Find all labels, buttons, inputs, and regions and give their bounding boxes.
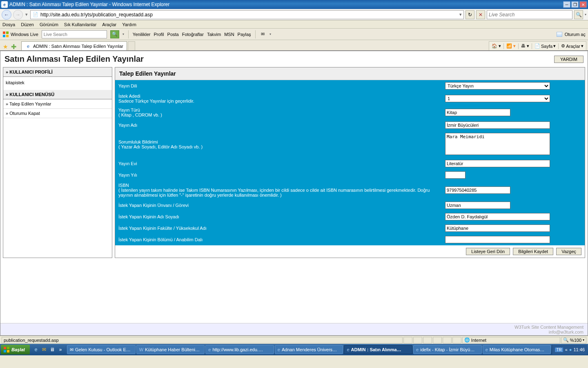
tray-icon-1[interactable]: ● <box>569 347 572 352</box>
url-input[interactable] <box>40 12 458 18</box>
task-ie1[interactable]: ehttp://www.lib.gazi.edu.… <box>205 345 274 354</box>
wl-search-box[interactable] <box>42 30 107 38</box>
wl-search-dropdown[interactable]: ▾ <box>122 32 124 36</box>
reqtitle-input[interactable] <box>445 202 510 209</box>
ie-icon: e <box>208 347 211 352</box>
wl-profile[interactable]: Profil <box>154 32 164 37</box>
lang-select[interactable]: Türkçe Yayın <box>445 82 550 90</box>
reqname-input[interactable] <box>445 213 550 220</box>
back-button[interactable]: ← <box>2 10 11 20</box>
wl-photos[interactable]: Fotoğraflar <box>182 32 204 37</box>
back-to-list-button[interactable]: Listeye Geri Dön <box>466 248 510 255</box>
wl-news[interactable]: Yenilikler <box>133 32 151 37</box>
status-bar: publication_requestadd.asp 🌐Internet 🔍%1… <box>0 336 588 344</box>
addr-dropdown-icon[interactable]: ▾ <box>459 12 462 17</box>
task-ie2[interactable]: eAdnan Menderes Ünivers… <box>275 345 343 354</box>
type-input[interactable] <box>445 109 510 116</box>
minimize-button[interactable]: ─ <box>563 1 570 8</box>
wl-search-input[interactable] <box>44 32 105 37</box>
wl-mail[interactable]: Posta <box>167 32 179 37</box>
stop-button[interactable]: ✕ <box>476 10 485 19</box>
print-button[interactable]: 🖶 ▾ <box>521 43 529 49</box>
menu-file[interactable]: Dosya <box>2 22 15 27</box>
year-input[interactable] <box>445 171 466 179</box>
search-input[interactable] <box>489 12 570 18</box>
svg-rect-1 <box>6 31 9 34</box>
restore-button[interactable]: ❐ <box>571 1 579 8</box>
isbn-input[interactable] <box>445 186 510 194</box>
main-panel: Talep Edilen Yayınlar Yayın Dili Türkçe … <box>115 67 585 258</box>
lang-indicator[interactable]: TR <box>555 347 563 352</box>
save-button[interactable]: Bilgileri Kaydet <box>513 248 553 255</box>
wl-msn[interactable]: MSN <box>224 32 234 37</box>
ql-ie-icon[interactable]: e <box>32 346 40 353</box>
status-left: publication_requestadd.asp <box>2 337 403 343</box>
sidebar-item-logout[interactable]: Oturumu Kapat <box>3 109 112 118</box>
ql-outlook-icon[interactable]: ✉ <box>40 346 48 353</box>
task-word[interactable]: WKütüphane Haber Bülteni… <box>136 345 205 354</box>
add-favorite-icon[interactable]: ✚ <box>10 43 17 50</box>
lang-label: Yayın Dili <box>115 80 442 92</box>
resp-label: Sorumluluk Bildirimi( Yazar Adı Soyadı, … <box>115 131 442 158</box>
clock[interactable]: 11:46 <box>573 347 585 352</box>
cancel-button[interactable]: Vazgeç <box>556 248 581 255</box>
wl-signin[interactable]: Oturum aç <box>565 32 586 37</box>
pub-input[interactable] <box>445 160 550 167</box>
address-bar[interactable]: 📄 ▾ <box>30 10 464 19</box>
nav-row: ← → ▾ 📄 ▾ ↻ ✕ 🔍 ▾ <box>0 9 588 20</box>
year-label: Yayın Yılı <box>115 169 442 181</box>
reqdept-input[interactable] <box>445 236 550 243</box>
sidebar-item-requests[interactable]: Talep Edilen Yayınlar <box>3 99 112 109</box>
title-label: Yayın Adı <box>115 119 442 131</box>
search-bar[interactable] <box>487 10 572 19</box>
sidebar: KULLANICI PROFİLİ kitapistek KULLANICI M… <box>3 67 112 258</box>
menu-help[interactable]: Yardım <box>122 22 136 27</box>
quick-launch: e ✉ 🖥 » <box>31 346 66 353</box>
ie-icon: e <box>347 347 349 352</box>
task-outlook[interactable]: ✉Gelen Kutusu - Outlook E… <box>67 345 136 354</box>
wl-share[interactable]: Paylaş <box>238 32 251 37</box>
menu-edit[interactable]: Düzen <box>21 22 34 27</box>
page-title: Satın Alınması Talep Edilen Yayınlar <box>4 54 144 64</box>
word-icon: W <box>139 347 143 352</box>
search-go-button[interactable]: 🔍 <box>574 10 583 19</box>
svg-rect-6 <box>4 350 6 352</box>
reqfac-input[interactable] <box>445 224 550 232</box>
favorites-star-icon[interactable]: ★ <box>2 43 9 50</box>
nav-dropdown-icon[interactable]: ▾ <box>24 12 29 17</box>
request-form: Yayın Dili Türkçe Yayın İstek AdediSadec… <box>115 80 585 245</box>
new-tab-button[interactable] <box>128 41 135 50</box>
pub-label: Yayın Evi <box>115 158 442 169</box>
start-button[interactable]: Başlat <box>1 345 30 355</box>
forward-button[interactable]: → <box>13 10 23 20</box>
task-ie3-active[interactable]: eADMIN : Satın Alınma… <box>344 345 412 354</box>
status-zoom[interactable]: 🔍%100 ▾ <box>561 337 586 343</box>
task-ie5[interactable]: eMilas Kütüphane Otomas… <box>483 345 551 354</box>
current-tab[interactable]: e ADMIN : Satın Alınması Talep Edilen Ya… <box>21 41 127 50</box>
task-ie4[interactable]: eidefix - Kitap - İzmir Büyü… <box>413 345 482 354</box>
windows-live-label: Windows Live <box>11 32 38 37</box>
resp-textarea[interactable]: Mara Meimaridi <box>445 133 550 155</box>
tray-expand-icon[interactable]: « <box>565 347 568 352</box>
qty-select[interactable]: 1 <box>445 95 550 102</box>
title-input[interactable] <box>445 121 550 129</box>
wl-search-go[interactable]: 🔍 <box>110 30 119 38</box>
ql-expand-icon[interactable]: » <box>57 346 64 353</box>
wl-calendar[interactable]: Takvim <box>207 32 221 37</box>
search-dropdown-icon[interactable]: ▾ <box>585 13 586 16</box>
menu-tools[interactable]: Araçlar <box>102 22 116 27</box>
help-button[interactable]: YARDIM <box>554 56 584 63</box>
refresh-button[interactable]: ↻ <box>466 10 474 19</box>
home-button[interactable]: 🏠 ▾ <box>492 43 501 49</box>
page-menu[interactable]: 📄 Sayfa ▾ <box>535 43 556 49</box>
wl-window-icon[interactable] <box>557 32 562 37</box>
wl-email-icon[interactable]: ✉ <box>260 31 266 38</box>
menu-favorites[interactable]: Sık Kullanılanlar <box>64 22 97 27</box>
page-body: Satın Alınması Talep Edilen Yayınlar YAR… <box>0 51 588 336</box>
menu-view[interactable]: Görünüm <box>40 22 58 27</box>
ql-desktop-icon[interactable]: 🖥 <box>49 346 56 353</box>
footer-email: info@w3turk.com <box>514 330 584 334</box>
close-window-button[interactable]: ✕ <box>579 1 587 8</box>
tools-menu[interactable]: ⚙ Araçlar ▾ <box>561 43 584 49</box>
feed-button[interactable]: 📶 ▾ <box>506 43 516 49</box>
